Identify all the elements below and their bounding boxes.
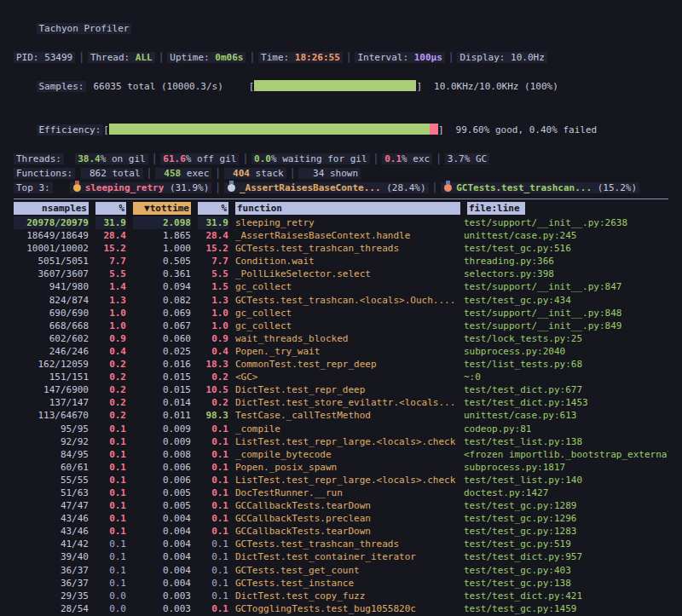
table-row[interactable]: 151/1510.20.0150.2<GC>~:0 [14, 371, 682, 383]
table-row[interactable]: 137/1470.20.0140.2DictTest.test_store_ev… [14, 396, 682, 409]
functions-stat: 458 exec [155, 168, 211, 179]
cell-pct-direct: 0.1 [95, 448, 126, 461]
table-row[interactable]: 51/630.10.0050.1DocTestRunner.__rundocte… [14, 486, 682, 499]
separator: │ [370, 153, 383, 164]
functions-stat-value: 34 [301, 166, 324, 181]
column-header-nsamples[interactable]: nsamples [14, 202, 89, 215]
functions-stat: 34 shown [298, 168, 361, 179]
functions-stat-value: 404 [227, 166, 250, 181]
column-header-function[interactable]: function [235, 202, 460, 215]
cell-pct-direct: 0.1 [95, 564, 126, 577]
threads-stat: 3.7% GC [445, 153, 489, 164]
cell-nsamples: 28/54 [14, 602, 89, 615]
table-row[interactable]: 113/646700.20.01198.3TestCase._callTestM… [14, 409, 682, 422]
cell-pct-cumulative: 0.1 [198, 423, 228, 435]
table-row[interactable]: 41/420.10.0040.1GCTests.test_trashcan_th… [14, 538, 682, 550]
cell-nsamples: 151/151 [14, 371, 89, 383]
cell-nsamples: 47/47 [14, 499, 89, 512]
table-row[interactable]: 824/8741.30.0821.3GCTests.test_trashcan.… [14, 294, 682, 307]
cell-tottime: 0.005 [133, 486, 191, 499]
column-header-pct-cumulative[interactable]: % [198, 202, 228, 215]
table-row[interactable]: 20978/2097931.92.09831.9sleeping_retryte… [14, 216, 682, 229]
cell-pct-direct: 1.4 [95, 280, 126, 293]
column-header-pct-direct[interactable]: % [95, 202, 126, 215]
threads-stat-value: 38.4 [78, 153, 101, 164]
functions-stat-suffix: exec [181, 168, 209, 179]
table-row[interactable]: 3607/36075.50.3615.5_PollLikeSelector.se… [14, 268, 682, 280]
table-row[interactable]: 92/920.10.0090.1ListTest.test_repr_large… [14, 435, 682, 448]
functions-stat-value: 862 [84, 166, 107, 181]
column-header-tottime[interactable]: ▼tottime [133, 202, 191, 215]
cell-pct-direct: 1.0 [95, 320, 126, 332]
top3-function-pct: (28.4%) [381, 182, 426, 193]
cell-pct-cumulative: 1.5 [198, 280, 228, 293]
efficiency-bar-open-bracket: [ [103, 124, 109, 135]
cell-tottime: 0.016 [133, 358, 191, 371]
table-row[interactable]: 28/540.00.0030.1GCTogglingTests.test_bug… [14, 602, 682, 615]
cell-pct-direct: 0.1 [95, 538, 126, 550]
cell-function: CommonTest.test_repr_deep [235, 358, 457, 371]
table-row[interactable]: 84/950.10.0080.1_compile_bytecode<frozen… [14, 448, 682, 461]
cell-tottime: 0.014 [133, 396, 191, 409]
functions-bar: Functions: 862 total│458 exec│404 stack│… [14, 166, 682, 181]
cell-nsamples: 18649/18649 [14, 229, 89, 242]
cell-nsamples: 10001/10002 [14, 242, 89, 255]
table-row[interactable]: 18649/1864928.41.86528.4_AssertRaisesBas… [14, 229, 682, 242]
table-row[interactable]: 10001/1000215.21.00015.2GCTests.test_tra… [14, 242, 682, 255]
cell-tottime: 0.003 [133, 602, 191, 615]
column-header-file-line[interactable]: file:line [467, 202, 525, 215]
cell-file-line: test/lock_tests.py:25 [464, 332, 668, 345]
threads-stat-suffix: % GC [465, 153, 488, 164]
table-row[interactable]: 55/550.10.0060.1ListTest.test_repr_large… [14, 474, 682, 486]
table-row[interactable]: 36/370.10.0040.1GCTests.test_instancetes… [14, 577, 682, 590]
cell-nsamples: 92/92 [14, 435, 89, 448]
cell-file-line: test/test_gc.py:1296 [464, 512, 668, 525]
separator: │ [155, 52, 168, 63]
functions-stat: 404 stack [224, 168, 286, 179]
table-row[interactable]: 43/460.10.0040.1GCCallbackTests.tearDown… [14, 525, 682, 538]
top3-label: Top 3: [14, 182, 53, 193]
cell-pct-cumulative: 0.2 [198, 371, 228, 383]
efficiency-bar [109, 124, 438, 135]
table-row[interactable]: 95/950.10.0090.1_compilecodeop.py:81 [14, 423, 682, 435]
table-row[interactable]: 162/120590.20.01618.3CommonTest.test_rep… [14, 358, 682, 371]
table-row[interactable]: 43/460.10.0040.1GCCallbackTests.preclean… [14, 512, 682, 525]
cell-pct-direct: 0.1 [95, 499, 126, 512]
table-row[interactable]: 602/6020.90.0600.9wait_threads_blockedte… [14, 332, 682, 345]
separator: │ [211, 168, 224, 179]
cell-file-line: test/support/__init__.py:847 [464, 280, 668, 293]
cell-pct-cumulative: 0.9 [198, 332, 228, 345]
top3-entry-2: _AssertRaisesBaseConte... (28.4%) [224, 182, 429, 193]
cell-pct-direct: 0.1 [95, 461, 126, 474]
table-row[interactable]: 29/350.00.0030.1DictTest.test_copy_fuzzt… [14, 590, 682, 602]
cell-file-line: test/test_gc.py:1289 [464, 499, 668, 512]
table-row[interactable]: 60/610.10.0060.1Popen._posix_spawnsubpro… [14, 461, 682, 474]
table-row[interactable]: 668/6681.00.0671.0gc_collecttest/support… [14, 320, 682, 332]
table-row[interactable]: 47/470.10.0050.1GCCallbackTests.tearDown… [14, 499, 682, 512]
cell-pct-direct: 0.1 [95, 512, 126, 525]
cell-function: GCTests.test_get_count [235, 564, 457, 577]
table-row[interactable]: 36/370.10.0040.1GCTests.test_get_countte… [14, 564, 682, 577]
cell-function: gc_collect [235, 307, 457, 320]
cell-file-line: unittest/case.py:245 [464, 229, 668, 242]
table-row[interactable]: 5051/50517.70.5057.7Condition.waitthread… [14, 255, 682, 268]
table-row[interactable]: 690/6901.00.0691.0gc_collecttest/support… [14, 307, 682, 320]
info-time-label: Time: [261, 52, 295, 63]
threads-stat-value: 3.7 [448, 153, 465, 164]
info-thread-value: ALL [136, 52, 153, 63]
cell-pct-cumulative: 15.2 [198, 242, 228, 255]
table-row[interactable]: 941/9801.40.0941.5gc_collecttest/support… [14, 280, 682, 293]
samples-row: Samples:66035 total (10000.3/s)[]10.0KHz… [14, 65, 682, 108]
cell-file-line: ~:0 [464, 371, 668, 383]
cell-tottime: 0.505 [133, 255, 191, 268]
cell-nsamples: 84/95 [14, 448, 89, 461]
cell-function: _AssertRaisesBaseContext.handle [235, 229, 457, 242]
table-row[interactable]: 39/400.10.0040.1DictTest.test_container_… [14, 550, 682, 563]
cell-pct-direct: 0.0 [95, 590, 126, 602]
table-row[interactable]: 246/2460.40.0250.4Popen._try_waitsubproc… [14, 345, 682, 358]
threads-bar: Threads: 38.4% on gil│61.6% off gil│0.0%… [14, 152, 682, 166]
cell-tottime: 0.004 [133, 550, 191, 563]
cell-tottime: 0.060 [133, 332, 191, 345]
table-row[interactable]: 147/69000.20.01510.5DictTest.test_repr_d… [14, 383, 682, 396]
cell-pct-direct: 5.5 [95, 268, 126, 280]
